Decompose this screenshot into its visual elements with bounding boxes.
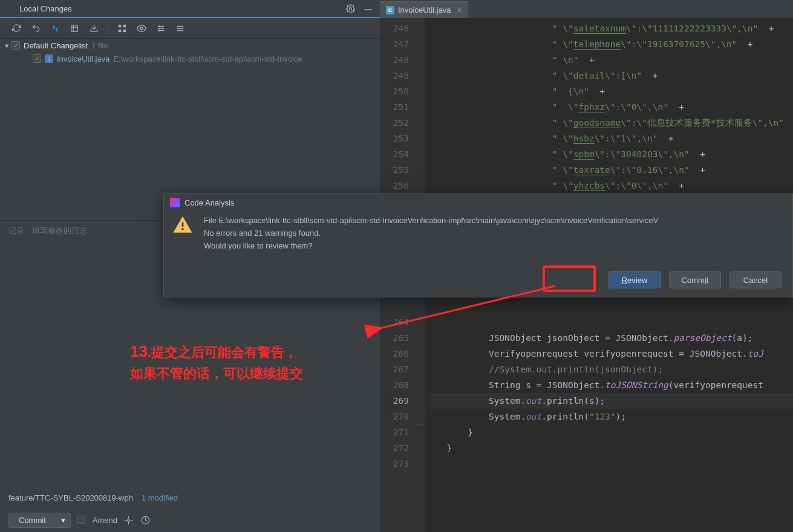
svg-rect-2: [119, 24, 121, 27]
cancel-button[interactable]: Cancel: [729, 271, 782, 288]
file-name: InvoiceUtil.java: [57, 54, 109, 63]
svg-rect-4: [119, 29, 121, 31]
amend-label: Amend: [93, 516, 117, 525]
java-file-icon: J: [45, 54, 53, 63]
svg-rect-3: [123, 24, 126, 27]
warning-icon: [172, 215, 193, 235]
refresh-icon[interactable]: [11, 23, 22, 34]
java-class-icon: C: [386, 6, 394, 15]
commit-dropdown[interactable]: ▾: [56, 513, 71, 528]
panel-title: Local Changes: [6, 4, 72, 13]
commit-dialog-button[interactable]: Commit: [669, 271, 721, 288]
fold-close-icon[interactable]: ⌃: [417, 422, 420, 429]
intellij-icon: [170, 198, 180, 207]
amend-checkbox[interactable]: [77, 516, 85, 524]
collapse-icon[interactable]: [175, 23, 186, 34]
group-icon[interactable]: [117, 23, 128, 34]
gear-icon[interactable]: [345, 3, 356, 14]
changed-file-row[interactable]: J InvoiceUtil.java E:\workspace\link-ttc…: [0, 52, 380, 65]
modified-count[interactable]: 1 modified: [142, 493, 178, 502]
svg-point-6: [140, 27, 143, 30]
editor-tab[interactable]: C InvoiceUtil.java ×: [380, 1, 468, 18]
svg-point-7: [128, 519, 130, 521]
commit-history-icon[interactable]: [140, 514, 151, 525]
svg-rect-5: [123, 29, 126, 31]
vcs-toolbar: [0, 18, 380, 39]
changelist-checkbox[interactable]: [11, 41, 20, 50]
shelve-icon[interactable]: [88, 23, 99, 34]
branch-name: feature/TTC-SYBL-S20200819-wph: [8, 493, 133, 502]
minimize-icon[interactable]: —: [363, 3, 374, 14]
chevron-down-icon[interactable]: ▾: [5, 41, 9, 50]
svg-point-0: [349, 7, 351, 10]
review-button[interactable]: Review: [609, 271, 661, 288]
rollback-icon[interactable]: [30, 23, 41, 34]
preview-icon[interactable]: [136, 23, 147, 34]
file-path: E:\workspace\link-ttc-stbll\scm-std-api\…: [113, 54, 302, 63]
changelist-count: 1 file: [91, 41, 108, 50]
commit-button[interactable]: Commit: [8, 513, 56, 528]
editor-tabs: C InvoiceUtil.java ×: [380, 0, 793, 18]
dialog-titlebar: Code Analysis: [164, 194, 792, 211]
amend-checkbox-label[interactable]: Amend: [77, 516, 117, 525]
expand-icon[interactable]: [155, 23, 166, 34]
changes-tree: ▾ Default Changelist 1 file J InvoiceUti…: [0, 39, 380, 220]
dialog-message: File E:\workspace\link-ttc-stbll\scm-std…: [204, 215, 784, 252]
changelist-icon[interactable]: [69, 23, 80, 34]
commit-gear-icon[interactable]: [123, 514, 134, 525]
changelist-label: Default Changelist: [24, 41, 88, 50]
commit-message-placeholder: 记录、填写修改的日志: [8, 226, 87, 235]
svg-rect-1: [71, 25, 78, 31]
code-analysis-dialog: Code Analysis File E:\workspace\link-ttc…: [163, 193, 793, 297]
changelist-row[interactable]: ▾ Default Changelist 1 file: [0, 39, 380, 52]
tab-title: InvoiceUtil.java: [398, 5, 451, 15]
dialog-title: Code Analysis: [184, 198, 234, 207]
file-checkbox[interactable]: [33, 54, 41, 63]
annotation-number: 13: [130, 342, 148, 360]
close-icon[interactable]: ×: [457, 5, 462, 15]
diff-icon[interactable]: [50, 23, 60, 34]
annotation-text: 13.提交之后可能会有警告， 如果不管的话，可以继续提交: [130, 340, 303, 383]
toolbar-separator: [108, 22, 108, 34]
svg-point-11: [181, 228, 184, 230]
local-changes-header: Local Changes —: [0, 0, 380, 18]
